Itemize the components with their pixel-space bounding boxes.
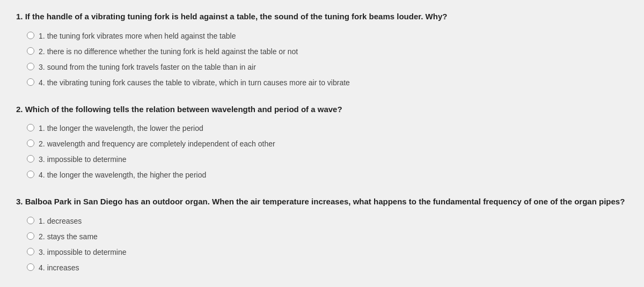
radio-icon-2-4[interactable] [27, 171, 34, 178]
option-text-2-2: wavelength and frequency are completely … [47, 138, 275, 150]
question-text-2: 2. Which of the following tells the rela… [16, 104, 628, 116]
option-number-2-3: 3. [39, 154, 45, 165]
quiz-container: 1. If the handle of a vibrating tuning f… [16, 11, 628, 274]
option-number-1-3: 3. [39, 62, 45, 73]
option-item-3-4[interactable]: 4.increases [27, 262, 628, 274]
option-item-2-3[interactable]: 3.impossible to determine [27, 154, 628, 165]
option-text-3-2: stays the same [47, 231, 98, 242]
option-text-3-4: increases [47, 262, 79, 274]
option-number-1-1: 1. [39, 31, 45, 42]
option-item-3-3[interactable]: 3.impossible to determine [27, 247, 628, 258]
radio-icon-3-2[interactable] [27, 232, 34, 240]
option-text-2-3: impossible to determine [47, 154, 127, 165]
radio-icon-3-3[interactable] [27, 248, 34, 255]
radio-icon-1-4[interactable] [27, 78, 34, 86]
option-number-2-4: 4. [39, 170, 45, 181]
question-block-3: 3. Balboa Park in San Diego has an outdo… [16, 196, 628, 274]
option-text-1-2: there is no difference whether the tunin… [47, 46, 298, 57]
question-text-1: 1. If the handle of a vibrating tuning f… [16, 11, 628, 23]
options-list-3: 1.decreases2.stays the same3.impossible … [16, 216, 628, 274]
option-item-2-1[interactable]: 1.the longer the wavelength, the lower t… [27, 123, 628, 134]
option-text-1-3: sound from the tuning fork travels faste… [47, 62, 256, 73]
option-number-3-4: 4. [39, 262, 45, 274]
question-text-3: 3. Balboa Park in San Diego has an outdo… [16, 196, 628, 208]
option-text-1-1: the tuning fork vibrates more when held … [47, 31, 236, 42]
radio-icon-2-1[interactable] [27, 124, 34, 131]
option-number-2-1: 1. [39, 123, 45, 134]
option-item-1-1[interactable]: 1.the tuning fork vibrates more when hel… [27, 31, 628, 42]
option-number-2-2: 2. [39, 138, 45, 150]
option-item-1-2[interactable]: 2.there is no difference whether the tun… [27, 46, 628, 57]
options-list-1: 1.the tuning fork vibrates more when hel… [16, 31, 628, 89]
option-number-3-2: 2. [39, 231, 45, 242]
radio-icon-3-1[interactable] [27, 217, 34, 224]
option-number-3-3: 3. [39, 247, 45, 258]
option-text-1-4: the vibrating tuning fork causes the tab… [47, 77, 350, 89]
option-item-3-1[interactable]: 1.decreases [27, 216, 628, 227]
question-block-2: 2. Which of the following tells the rela… [16, 104, 628, 181]
option-text-3-1: decreases [47, 216, 82, 227]
option-item-1-3[interactable]: 3.sound from the tuning fork travels fas… [27, 62, 628, 73]
option-item-1-4[interactable]: 4.the vibrating tuning fork causes the t… [27, 77, 628, 89]
radio-icon-1-3[interactable] [27, 63, 34, 70]
option-item-2-4[interactable]: 4.the longer the wavelength, the higher … [27, 170, 628, 181]
radio-icon-1-1[interactable] [27, 32, 34, 39]
option-number-1-4: 4. [39, 77, 45, 89]
radio-icon-1-2[interactable] [27, 47, 34, 55]
radio-icon-3-4[interactable] [27, 263, 34, 271]
question-block-1: 1. If the handle of a vibrating tuning f… [16, 11, 628, 89]
option-item-2-2[interactable]: 2.wavelength and frequency are completel… [27, 138, 628, 150]
radio-icon-2-2[interactable] [27, 139, 34, 147]
option-number-3-1: 1. [39, 216, 45, 227]
radio-icon-2-3[interactable] [27, 155, 34, 163]
options-list-2: 1.the longer the wavelength, the lower t… [16, 123, 628, 181]
option-text-2-1: the longer the wavelength, the lower the… [47, 123, 203, 134]
option-number-1-2: 2. [39, 46, 45, 57]
option-text-3-3: impossible to determine [47, 247, 127, 258]
option-text-2-4: the longer the wavelength, the higher th… [47, 170, 207, 181]
option-item-3-2[interactable]: 2.stays the same [27, 231, 628, 242]
